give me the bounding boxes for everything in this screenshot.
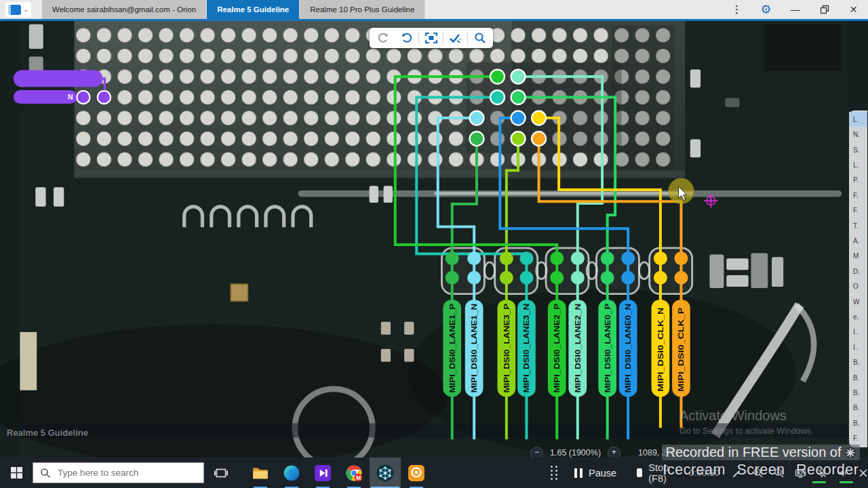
svg-text:MIPI_DSI0_LANE2_N: MIPI_DSI0_LANE2_N — [574, 304, 582, 393]
list-item[interactable]: N. — [849, 127, 867, 142]
edge-icon — [283, 464, 300, 482]
list-item[interactable]: F. — [849, 188, 867, 203]
recorder-controls: Pause Stop (F8) 0:00:50 — [551, 458, 868, 488]
list-item[interactable]: B. — [849, 415, 867, 430]
recording-timer: 0:00:50 — [689, 468, 719, 478]
zoom-search-button[interactable] — [468, 28, 492, 47]
tab-welcome[interactable]: Welcome sairabihsan@gmail.com - Orion — [42, 0, 207, 19]
microphone-muted-icon[interactable] — [816, 468, 827, 479]
list-item[interactable]: F. — [849, 203, 867, 218]
overflow-menu-icon[interactable]: ⋮ — [722, 0, 751, 19]
file-explorer-button[interactable] — [245, 458, 276, 488]
zoom-in-button[interactable]: + — [608, 447, 620, 458]
webcam-icon[interactable] — [795, 468, 806, 479]
media-player-button[interactable] — [307, 458, 338, 488]
svg-text:MIPI_DSI0_LANE3_N: MIPI_DSI0_LANE3_N — [522, 304, 530, 393]
taskbar-apps: M — [245, 458, 432, 488]
orion-app-button[interactable] — [370, 458, 401, 488]
settings-gear-icon[interactable]: ⚙ — [751, 0, 781, 19]
list-item[interactable]: B. — [849, 401, 867, 415]
restore-button[interactable] — [810, 0, 839, 19]
list-item[interactable]: S. — [849, 142, 867, 157]
list-item[interactable]: P. — [849, 173, 867, 188]
app-menu-button[interactable]: ⌄ — [5, 2, 31, 17]
signal-label: MIPI_DSI0_LANE2_P — [548, 300, 566, 396]
recorder-tools — [732, 468, 868, 479]
list-item[interactable]: L. — [849, 112, 867, 127]
list-item[interactable]: L. — [849, 157, 867, 172]
tab-realme5[interactable]: Realme 5 Guideline — [207, 0, 300, 19]
svg-text:MIPI_DSI0_CLK_P: MIPI_DSI0_CLK_P — [677, 308, 685, 392]
list-item[interactable]: B. — [849, 370, 867, 385]
pcb-drawing: N — [0, 21, 868, 458]
signal-label: MIPI_DSI0_LANE3_N — [517, 300, 536, 396]
signal-dot — [98, 91, 111, 104]
rotate-ccw-button[interactable] — [371, 28, 395, 47]
cursor-coordinates: 1089, 277 — [638, 448, 676, 458]
list-item[interactable]: O — [849, 279, 867, 293]
signal-label: MIPI_DSI0_CLK_N — [652, 300, 670, 396]
app-logo-icon — [8, 5, 21, 15]
edge-button[interactable] — [276, 458, 307, 488]
taskbar: M — [0, 458, 868, 488]
tab-strip: Welcome sairabihsan@gmail.com - Orion Re… — [42, 0, 425, 19]
play-icon — [314, 464, 332, 482]
annotate-check-button[interactable]: ⌄ — [443, 28, 467, 47]
list-item[interactable]: M — [849, 249, 867, 264]
task-view-button[interactable] — [205, 458, 237, 488]
list-item[interactable]: e. — [849, 309, 867, 324]
zoom-level-text: 1.65 (1900%) — [550, 448, 601, 458]
stop-icon — [637, 468, 642, 477]
zoom-out-button[interactable]: − — [530, 447, 543, 458]
zoom-in-icon[interactable] — [753, 468, 764, 479]
signal-dot — [77, 91, 90, 104]
pcb-canvas[interactable]: N — [0, 21, 868, 458]
titlebar: ⌄ Welcome sairabihsan@gmail.com - Orion … — [0, 0, 868, 19]
speaker-icon[interactable] — [837, 468, 848, 479]
minimize-button[interactable]: — — [781, 0, 810, 19]
close-button[interactable]: ✕ — [839, 0, 868, 19]
window-controls: ⋮ ⚙ — ✕ — [722, 0, 868, 19]
icecream-recorder-button[interactable] — [401, 458, 432, 488]
restore-icon — [820, 5, 829, 14]
signal-dot — [511, 70, 526, 84]
svg-text:MIPI_DSI0_LANE1_P: MIPI_DSI0_LANE1_P — [448, 304, 456, 393]
zoom-out-icon[interactable] — [774, 468, 785, 479]
signal-dot — [511, 90, 526, 104]
rotate-cw-icon — [400, 31, 414, 45]
signal-dot — [469, 111, 484, 125]
svg-text:MIPI_DSI0_LANE0_N: MIPI_DSI0_LANE0_N — [624, 304, 632, 393]
chrome-button[interactable]: M — [338, 458, 370, 488]
drag-handle-icon[interactable] — [551, 466, 558, 480]
icecream-recorder-icon — [408, 464, 425, 482]
signal-dot — [511, 111, 526, 125]
draw-pencil-icon[interactable] — [732, 468, 743, 479]
svg-text:MIPI_DSI0_LANE2_P: MIPI_DSI0_LANE2_P — [553, 304, 561, 393]
list-item[interactable]: W — [849, 294, 867, 309]
signal-label: MIPI_DSI0_LANE0_N — [619, 300, 637, 396]
list-item[interactable]: I.. — [849, 340, 867, 354]
list-item[interactable]: B. — [849, 355, 867, 370]
tab-realme10[interactable]: Realme 10 Pro Plus Guideline — [300, 0, 425, 19]
rotate-cw-button[interactable] — [395, 28, 418, 47]
stop-button[interactable]: Stop (F8) — [637, 462, 674, 484]
svg-text:M: M — [356, 474, 361, 481]
windows-logo-icon — [11, 467, 22, 479]
close-recorder-icon[interactable] — [859, 468, 868, 478]
list-item[interactable]: I.. — [849, 325, 867, 340]
fit-to-screen-button[interactable] — [419, 28, 443, 47]
svg-text:MIPI_DSI0_LANE1_N: MIPI_DSI0_LANE1_N — [470, 304, 478, 393]
taskbar-search[interactable] — [33, 462, 204, 483]
list-item[interactable]: T. — [849, 218, 867, 233]
board-photo — [0, 21, 848, 458]
list-item[interactable]: B. — [849, 385, 867, 400]
canvas-toolbar: ⌄ — [370, 28, 493, 48]
list-item[interactable]: A. — [849, 233, 867, 248]
svg-text:MIPI_DSI0_LANE0_P: MIPI_DSI0_LANE0_P — [604, 304, 612, 393]
search-icon — [40, 468, 51, 479]
pause-button[interactable]: Pause — [574, 468, 616, 479]
start-button[interactable] — [0, 458, 33, 488]
search-input[interactable] — [56, 467, 181, 479]
list-item[interactable]: F. — [849, 431, 867, 446]
list-item[interactable]: D. — [849, 264, 867, 279]
